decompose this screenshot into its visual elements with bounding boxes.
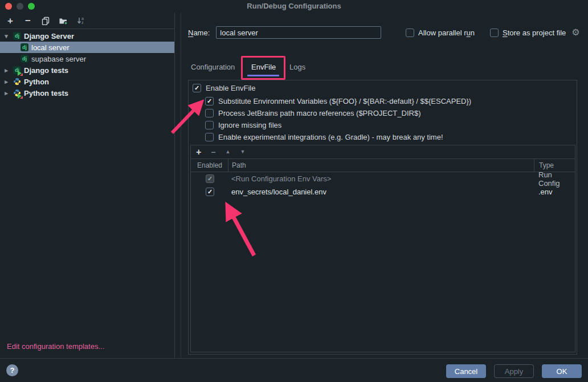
gear-icon[interactable]: ⚙ — [571, 28, 579, 37]
row-enabled-checkbox — [206, 174, 214, 183]
configuration-editor-panel: Name: Allow parallel run Store as projec… — [181, 13, 588, 358]
allow-parallel-run-label: Allow parallel run — [418, 29, 475, 37]
run-debug-configurations-dialog: Run/Debug Configurations + − az ▾ Django… — [0, 0, 588, 382]
sort-configurations-icon[interactable]: az — [76, 16, 85, 25]
tree-item-local-server[interactable]: local server — [0, 42, 174, 53]
table-header: Enabled Path Type — [191, 159, 575, 172]
name-row: Name: — [188, 26, 381, 39]
tree-item-label: Python — [24, 78, 49, 86]
add-configuration-icon[interactable]: + — [6, 16, 15, 25]
tree-item-django-tests[interactable]: ▸ Django tests — [0, 64, 174, 76]
experimental-integrations-checkbox[interactable] — [205, 133, 214, 141]
remove-configuration-icon[interactable]: − — [23, 16, 32, 25]
env-files-table: + − ▲ ▼ Enabled Path Type <Run Configura… — [190, 145, 575, 352]
django-icon — [21, 43, 28, 51]
enable-envfile-label: Enable EnvFile — [206, 84, 255, 92]
name-label: Name: — [188, 29, 210, 37]
substitute-env-vars-option[interactable]: Substitute Environment Variables (${FOO}… — [205, 96, 471, 106]
envfile-tab-content: Enable EnvFile Substitute Environment Va… — [188, 80, 577, 355]
tree-item-supabase-server[interactable]: supabase server — [0, 53, 174, 64]
ignore-missing-files-option[interactable]: Ignore missing files — [205, 120, 281, 130]
tree-item-label: local server — [31, 43, 69, 52]
dialog-footer: ? Cancel Apply OK — [0, 358, 588, 382]
process-path-macro-checkbox[interactable] — [205, 109, 214, 117]
svg-text:a: a — [81, 17, 84, 21]
edit-configuration-templates-link[interactable]: Edit configuration templates... — [7, 342, 104, 351]
enable-envfile-option[interactable]: Enable EnvFile — [193, 83, 255, 93]
chevron-right-icon[interactable]: ▸ — [2, 90, 10, 97]
tree-item-label: supabase server — [31, 55, 86, 63]
copy-configuration-icon[interactable] — [41, 16, 50, 25]
help-button[interactable]: ? — [6, 364, 18, 376]
name-input[interactable] — [216, 26, 381, 39]
column-header-enabled[interactable]: Enabled — [191, 159, 228, 172]
row-path: env_secrets/local_daniel.env — [228, 185, 534, 198]
chevron-down-icon[interactable]: ▾ — [2, 32, 10, 40]
row-enabled-checkbox[interactable] — [206, 188, 214, 196]
column-header-path[interactable]: Path — [228, 159, 534, 172]
configurations-tree: ▾ Django Server local server supabase se… — [0, 29, 174, 99]
django-tests-icon — [13, 66, 21, 74]
python-icon — [13, 78, 21, 86]
tree-item-python-tests[interactable]: ▸ Python tests — [0, 87, 174, 99]
store-as-project-file-checkbox[interactable] — [490, 29, 499, 37]
tree-item-label: Django tests — [24, 66, 68, 75]
row-type: .env — [534, 185, 575, 198]
tab-envfile[interactable]: EnvFile — [251, 63, 276, 71]
row-path: <Run Configuration Env Vars> — [228, 172, 534, 185]
process-path-macro-option[interactable]: Process JetBrains path macro references … — [205, 108, 420, 118]
django-icon — [13, 32, 21, 40]
remove-env-file-icon[interactable]: − — [211, 148, 215, 156]
move-down-icon[interactable]: ▼ — [240, 149, 245, 155]
store-as-project-file-option[interactable]: Store as project file ⚙ — [490, 26, 580, 39]
allow-parallel-run-checkbox[interactable] — [406, 29, 414, 37]
table-toolbar: + − ▲ ▼ — [191, 145, 575, 159]
tree-item-python[interactable]: ▸ Python — [0, 76, 174, 87]
ignore-missing-files-label: Ignore missing files — [218, 121, 281, 129]
tree-item-label: Django Server — [24, 32, 74, 40]
table-row[interactable]: env_secrets/local_daniel.env .env — [191, 185, 575, 198]
row-type: Run Config — [534, 172, 575, 185]
configurations-sidebar: + − az ▾ Django Server local server — [0, 13, 175, 358]
tree-item-label: Python tests — [24, 89, 68, 97]
titlebar: Run/Debug Configurations — [0, 0, 588, 13]
ok-button[interactable]: OK — [542, 364, 582, 378]
django-icon — [21, 55, 28, 63]
substitute-env-vars-checkbox[interactable] — [205, 97, 214, 105]
svg-text:z: z — [81, 21, 84, 25]
tab-logs[interactable]: Logs — [289, 63, 305, 71]
tree-item-django-server[interactable]: ▾ Django Server — [0, 30, 174, 42]
apply-button[interactable]: Apply — [494, 364, 534, 378]
enable-envfile-checkbox[interactable] — [193, 84, 201, 92]
experimental-integrations-option[interactable]: Enable experimental integrations (e.g. G… — [205, 132, 443, 142]
chevron-right-icon[interactable]: ▸ — [2, 67, 10, 74]
chevron-right-icon[interactable]: ▸ — [2, 78, 10, 86]
substitute-env-vars-label: Substitute Environment Variables (${FOO}… — [218, 97, 471, 105]
tab-configuration[interactable]: Configuration — [191, 63, 235, 71]
add-env-file-icon[interactable]: + — [196, 148, 201, 157]
allow-parallel-run-option[interactable]: Allow parallel run — [406, 26, 475, 39]
experimental-integrations-label: Enable experimental integrations (e.g. G… — [218, 133, 443, 141]
sidebar-toolbar: + − az — [0, 13, 174, 29]
ignore-missing-files-checkbox[interactable] — [205, 121, 214, 129]
cancel-button[interactable]: Cancel — [446, 364, 486, 378]
window-title: Run/Debug Configurations — [0, 2, 588, 10]
active-tab-underline — [247, 75, 279, 76]
table-row[interactable]: <Run Configuration Env Vars> Run Config — [191, 172, 575, 185]
move-up-icon[interactable]: ▲ — [226, 149, 231, 155]
store-as-project-file-label: Store as project file — [503, 29, 566, 37]
python-tests-icon — [13, 89, 21, 97]
process-path-macro-label: Process JetBrains path macro references … — [218, 109, 420, 117]
new-folder-icon[interactable] — [59, 16, 68, 25]
